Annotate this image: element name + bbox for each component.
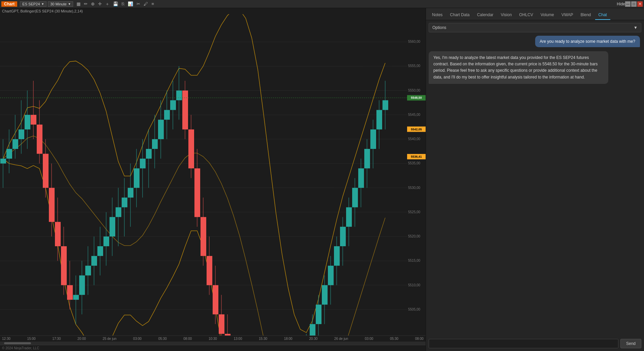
draw-icon[interactable]: ✏ [83,1,88,7]
chart-label: Chart [1,1,17,7]
user-message: Are you ready to analyze some market dat… [535,36,640,47]
xaxis-label: 05:30 [390,337,398,341]
chart-footer: © 2024 NinjaTrader, LLC [0,345,426,351]
send-button[interactable]: Send [620,339,641,348]
chart-canvas-wrapper[interactable] [0,14,426,336]
timeframe-text: 30 Minute [50,2,66,6]
xaxis-label: 20:00 [78,337,86,341]
options-chevron-icon: ▼ [634,25,638,30]
chart-xaxis: 12:3015:0017:3020:0025 de jun03:0005:300… [0,336,426,342]
plus-icon[interactable]: ＋ [104,1,110,7]
pen-icon[interactable]: 🖊 [143,1,149,7]
close-button[interactable]: ✕ [637,1,643,7]
xaxis-label: 05:30 [158,337,167,341]
title-bar: Chart ES SEP24 ▼ 30 Minute ▼ ▦ ✏ ⊕ ✛ ＋ 💾… [0,0,644,8]
save-icon[interactable]: 💾 [112,1,119,7]
tab-volume[interactable]: Volume [537,10,557,20]
hide-button[interactable]: Hide [617,2,625,6]
minimize-button[interactable]: — [625,1,631,7]
tab-vision[interactable]: Vision [497,10,515,20]
toolbar: ▦ ✏ ⊕ ✛ ＋ 💾 ⎘ 📊 ✂ 🖊 ≡ [76,1,615,7]
timeframe-dropdown-icon: ▼ [68,2,71,6]
xaxis-label: 03:00 [365,337,373,341]
options-label: Options [432,25,446,30]
tab-calendar[interactable]: Calendar [473,10,497,20]
scissors-icon[interactable]: ✂ [136,1,141,7]
chat-input[interactable] [429,339,618,348]
xaxis-label: 13:00 [234,337,242,341]
timeframe-selector[interactable]: 30 Minute ▼ [48,1,73,7]
bar-chart-icon[interactable]: ▦ [76,1,81,7]
tab-vwap[interactable]: VWAP [558,10,577,20]
chart-canvas[interactable] [0,14,426,336]
options-dropdown[interactable]: Options ▼ [429,23,641,32]
chat-messages: Are you ready to analyze some market dat… [429,36,641,336]
maximize-button[interactable]: □ [631,1,637,7]
symbol-dropdown-icon: ▼ [41,2,44,6]
xaxis-label: 08:00 [183,337,192,341]
crosshair-icon[interactable]: ✛ [97,1,102,7]
main-content: ChartGPT, Bollinger(ES SEP24 (30 Minute)… [0,8,644,351]
xaxis-label: 25 de jun [102,337,116,341]
panel-tabs: NotesChart DataCalendarVisionOHLCVVolume… [426,8,644,20]
assistant-message: Yes, I'm ready to analyze the latest mar… [429,51,608,84]
xaxis-label: 03:00 [133,337,142,341]
xaxis-label: 18:00 [284,337,293,341]
window-controls: — □ ✕ [625,1,643,7]
tab-ohlcv[interactable]: OHLCV [516,10,536,20]
xaxis-label: 15:00 [27,337,36,341]
scrollbar-thumb[interactable] [4,342,31,344]
xaxis-label: 12:30 [2,337,10,341]
magnify-icon[interactable]: ⊕ [90,1,95,7]
xaxis-label: 26 de jun [334,337,348,341]
chart-subtitle: ChartGPT, Bollinger(ES SEP24 (30 Minute)… [0,8,426,14]
xaxis-label: 15:30 [259,337,267,341]
chart-scrollbar[interactable] [0,342,426,345]
tab-blend[interactable]: Blend [577,10,594,20]
panel-body: Options ▼ Are you ready to analyze some … [426,20,644,351]
xaxis-label: 08:00 [415,337,424,341]
tab-chart-data[interactable]: Chart Data [447,10,473,20]
menu-icon[interactable]: ≡ [151,1,155,7]
symbol-text: ES SEP24 [22,2,40,6]
symbol-selector[interactable]: ES SEP24 ▼ [20,1,47,7]
right-panel: NotesChart DataCalendarVisionOHLCVVolume… [426,8,644,351]
xaxis-label: 17:30 [52,337,61,341]
xaxis-label: 10:30 [209,337,217,341]
tab-chat[interactable]: Chat [595,10,610,20]
export-icon[interactable]: ⎘ [121,1,125,7]
tab-notes[interactable]: Notes [429,10,446,20]
chart-type-icon[interactable]: 📊 [127,1,134,7]
chart-area: ChartGPT, Bollinger(ES SEP24 (30 Minute)… [0,8,426,351]
chat-input-area: Send [429,339,641,348]
xaxis-label: 20:30 [309,337,317,341]
